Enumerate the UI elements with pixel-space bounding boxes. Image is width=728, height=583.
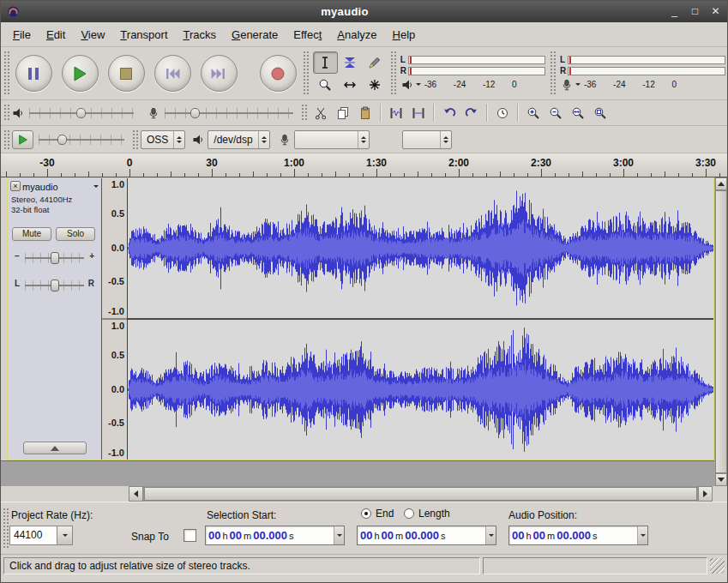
track-collapse-button[interactable] (23, 442, 87, 454)
track-menu-button[interactable]: myaudio (22, 181, 99, 192)
end-radio[interactable]: End (361, 508, 394, 520)
edit-toolbar-grip[interactable] (301, 104, 307, 122)
paste-button[interactable] (354, 102, 376, 123)
pan-thumb[interactable] (51, 279, 59, 292)
resize-grip[interactable] (710, 558, 725, 574)
redo-button[interactable] (460, 102, 483, 123)
timefield-dropdown[interactable] (334, 526, 344, 544)
output-volume-slider[interactable] (29, 105, 134, 121)
menu-analyze[interactable]: Analyze (329, 24, 384, 45)
mute-button[interactable]: Mute (12, 227, 51, 241)
pan-slider[interactable]: L R (15, 276, 94, 295)
time-shift-tool-button[interactable] (338, 74, 363, 96)
vertical-scrollbar[interactable] (714, 177, 727, 486)
audio-host-select[interactable]: OSS (141, 130, 185, 149)
slider-track (165, 112, 293, 114)
playback-speed-slider[interactable] (39, 132, 124, 147)
tools-toolbar-grip[interactable] (303, 51, 309, 96)
playback-speed-thumb[interactable] (57, 135, 67, 145)
menu-edit[interactable]: Edit (39, 24, 73, 45)
stop-button[interactable] (108, 55, 145, 92)
selection-toolbar-grip[interactable] (3, 508, 9, 549)
zoom-in-button[interactable] (522, 102, 544, 123)
maximize-button[interactable]: □ (689, 5, 701, 18)
skip-to-start-button[interactable] (154, 55, 191, 92)
menu-file[interactable]: File (5, 24, 39, 45)
solo-button[interactable]: Solo (56, 227, 95, 241)
multi-tool-button[interactable] (363, 74, 388, 96)
scroll-down-button[interactable] (715, 473, 727, 486)
gain-thumb[interactable] (51, 252, 59, 264)
chevron-down-icon (63, 534, 68, 539)
copy-button[interactable] (332, 102, 354, 123)
horizontal-scrollbar-thumb[interactable] (144, 487, 697, 501)
pause-button[interactable] (15, 55, 52, 92)
mixer-toolbar-grip[interactable] (3, 104, 9, 122)
input-volume-thumb[interactable] (190, 108, 200, 118)
cut-button[interactable] (310, 102, 332, 123)
horizontal-scrollbar[interactable] (143, 486, 698, 502)
input-device-select[interactable] (294, 130, 370, 149)
silence-audio-button[interactable] (407, 102, 430, 123)
record-button[interactable] (260, 55, 297, 92)
project-rate-select[interactable]: 44100 (9, 526, 73, 545)
selection-tool-button[interactable] (313, 51, 338, 74)
scroll-up-button[interactable] (715, 177, 727, 190)
gain-slider[interactable]: – + (15, 249, 94, 267)
selection-start-field[interactable]: 00h00m00.000s (205, 526, 345, 545)
audio-position-field[interactable]: 00h00m00.000s (508, 526, 648, 545)
audacity-window: myaudio _ □ ✕ File Edit View Transport T… (0, 0, 728, 583)
zoom-tool-button[interactable] (313, 74, 338, 96)
fit-selection-button[interactable] (567, 102, 589, 123)
vertical-scale-ruler[interactable]: 1.0 0.5 0.0 -0.5 -1.0 1.0 0.5 0.0 -0.5 (102, 178, 128, 460)
snap-to-checkbox[interactable] (184, 529, 196, 542)
playback-meter-menu[interactable] (401, 79, 421, 91)
vertical-scrollbar-thumb[interactable] (715, 190, 727, 473)
scroll-left-button[interactable] (129, 486, 143, 502)
output-device-select[interactable]: /dev/dsp (208, 130, 269, 149)
menu-help[interactable]: Help (385, 24, 424, 45)
selection-end-field[interactable]: 00h00m00.000s (357, 526, 496, 545)
recording-meter-grip[interactable] (550, 51, 556, 96)
waveform-channel-left[interactable] (128, 178, 713, 318)
menu-transport[interactable]: Transport (112, 24, 175, 45)
menu-view[interactable]: View (73, 24, 112, 45)
title-bar[interactable]: myaudio _ □ ✕ (1, 1, 727, 22)
output-volume-thumb[interactable] (76, 108, 86, 118)
transport-toolbar-grip[interactable] (3, 51, 9, 96)
playback-meter[interactable]: L R -36-24-120 (399, 53, 547, 94)
track-control-panel[interactable]: × myaudio Stereo, 44100Hz 32-bit float M… (8, 178, 102, 460)
sync-lock-button[interactable] (491, 102, 514, 123)
envelope-tool-button[interactable] (338, 51, 363, 74)
device-toolbar-grip[interactable] (132, 129, 138, 149)
menu-tracks[interactable]: Tracks (176, 24, 225, 45)
input-channels-select[interactable] (402, 130, 452, 149)
dropdown-button[interactable] (57, 526, 73, 545)
trim-audio-button[interactable] (385, 102, 407, 123)
menu-generate[interactable]: Generate (224, 24, 286, 45)
menu-effect[interactable]: Effect (286, 24, 329, 45)
draw-tool-button[interactable] (363, 51, 388, 74)
recording-meter[interactable]: L R -36-24-120 (558, 53, 727, 94)
play-at-speed-button[interactable] (12, 130, 33, 149)
timefield-dropdown[interactable] (485, 526, 496, 544)
length-radio[interactable]: Length (404, 508, 450, 520)
close-button[interactable]: ✕ (710, 5, 721, 18)
undo-button[interactable] (438, 102, 460, 123)
play-button[interactable] (62, 55, 99, 92)
recording-meter-menu[interactable] (561, 79, 581, 91)
zoom-out-button[interactable] (544, 102, 567, 123)
waveform-channel-right[interactable] (128, 320, 713, 460)
timeline-ruler[interactable]: -300301:001:302:002:303:003:30 (1, 153, 727, 177)
scroll-right-button[interactable] (698, 486, 713, 502)
minimize-button[interactable]: _ (669, 5, 680, 18)
play-at-speed-grip[interactable] (3, 129, 9, 149)
skip-to-end-button[interactable] (201, 55, 238, 92)
scale-label: 0.0 (111, 384, 124, 394)
timefield-dropdown[interactable] (637, 526, 647, 544)
playback-meter-grip[interactable] (390, 51, 396, 96)
track-close-button[interactable]: × (10, 181, 21, 191)
ruler-tick (226, 173, 226, 177)
fit-project-button[interactable] (589, 102, 611, 123)
input-volume-slider[interactable] (165, 105, 293, 121)
